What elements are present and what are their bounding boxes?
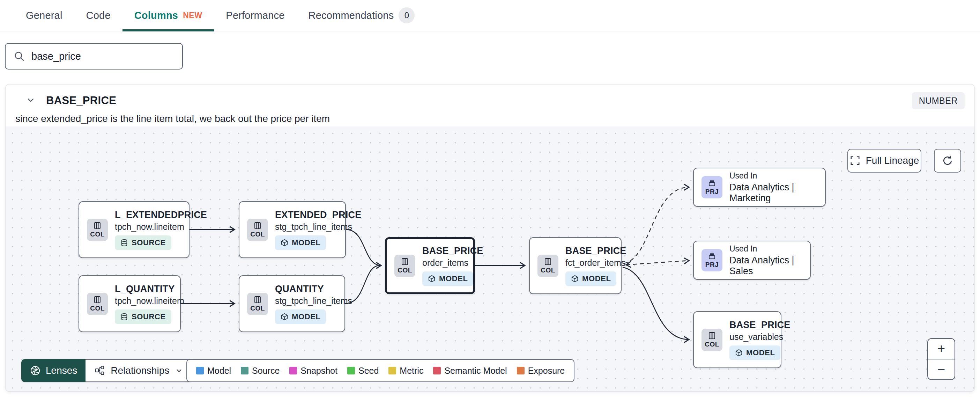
relationships-dropdown[interactable]: Relationships bbox=[86, 359, 193, 382]
node-subtitle: stg_tpch_line_items bbox=[275, 296, 352, 306]
tab-code[interactable]: Code bbox=[74, 0, 123, 31]
zoom-out-button[interactable]: − bbox=[928, 359, 955, 379]
node-title: L_QUANTITY bbox=[115, 284, 175, 294]
aperture-icon bbox=[30, 365, 41, 376]
cube-icon bbox=[281, 313, 288, 321]
column-icon: COL bbox=[247, 293, 268, 315]
node-subtitle: use_variables bbox=[729, 332, 783, 342]
legend-item-source: Source bbox=[241, 366, 280, 376]
lineage-node-used-in-sales[interactable]: PRJ Used In Data Analytics | Sales bbox=[693, 241, 811, 280]
legend-swatch bbox=[241, 367, 248, 374]
node-subtitle: tpch_now.lineitem bbox=[115, 222, 184, 232]
zoom-controls: + − bbox=[927, 338, 955, 380]
lineage-canvas[interactable]: Full Lineage COL L_EXTENDEDPRICE tpch_no… bbox=[6, 126, 974, 392]
relationships-label: Relationships bbox=[111, 365, 169, 376]
used-in-label: Used In bbox=[729, 244, 757, 254]
project-icon: PRJ bbox=[702, 176, 722, 198]
cube-icon bbox=[281, 239, 288, 247]
column-name: BASE_PRICE bbox=[46, 94, 116, 107]
lineage-node-base-price-fct-order-items[interactable]: COL BASE_PRICE fct_order_items MODEL bbox=[529, 237, 622, 294]
column-search[interactable] bbox=[5, 43, 183, 70]
node-subtitle: order_items bbox=[422, 258, 468, 268]
legend-swatch bbox=[388, 367, 396, 374]
legend-swatch bbox=[347, 367, 355, 374]
collapse-chevron-icon[interactable] bbox=[23, 92, 38, 108]
model-badge: MODEL bbox=[729, 345, 780, 360]
cube-icon bbox=[571, 275, 579, 283]
tab-label: General bbox=[26, 10, 62, 21]
node-title: QUANTITY bbox=[275, 284, 324, 294]
used-in-label: Used In bbox=[729, 171, 757, 181]
node-title: EXTENDED_PRICE bbox=[275, 209, 361, 220]
lineage-node-base-price-use-variables[interactable]: COL BASE_PRICE use_variables MODEL bbox=[693, 311, 781, 368]
node-title: BASE_PRICE bbox=[422, 246, 484, 256]
database-icon bbox=[120, 313, 128, 321]
node-subtitle: fct_order_items bbox=[565, 258, 625, 268]
project-icon: PRJ bbox=[702, 249, 722, 272]
search-input[interactable] bbox=[32, 51, 175, 62]
legend-swatch bbox=[290, 367, 297, 374]
lineage-node-l-extendedprice[interactable]: COL L_EXTENDEDPRICE tpch_now.lineitem SO… bbox=[78, 201, 189, 258]
column-icon: COL bbox=[395, 255, 415, 277]
column-card-header: BASE_PRICE NUMBER since extended_price i… bbox=[6, 85, 974, 126]
tab-recommendations[interactable]: Recommendations 0 bbox=[297, 0, 427, 31]
lenses-toolbar: Lenses Relationships bbox=[21, 359, 193, 382]
legend-item-seed: Seed bbox=[347, 366, 379, 376]
tab-columns[interactable]: Columns NEW bbox=[123, 0, 214, 31]
count-badge: 0 bbox=[399, 7, 415, 23]
tab-label: Columns bbox=[134, 10, 178, 21]
new-badge: NEW bbox=[183, 11, 202, 20]
model-badge: MODEL bbox=[275, 310, 326, 324]
legend-item-exposure: Exposure bbox=[517, 366, 565, 376]
lineage-node-used-in-marketing[interactable]: PRJ Used In Data Analytics | Marketing bbox=[693, 168, 826, 207]
column-icon: COL bbox=[247, 219, 268, 241]
legend-item-snapshot: Snapshot bbox=[290, 366, 337, 376]
node-subtitle: tpch_now.lineitem bbox=[115, 296, 184, 306]
node-title: BASE_PRICE bbox=[565, 246, 627, 256]
column-icon: COL bbox=[87, 219, 108, 241]
lineage-node-extended-price[interactable]: COL EXTENDED_PRICE stg_tpch_line_items M… bbox=[239, 201, 346, 258]
refresh-button[interactable] bbox=[934, 149, 961, 173]
lineage-node-base-price-order-items[interactable]: COL BASE_PRICE order_items MODEL bbox=[385, 237, 475, 294]
column-icon: COL bbox=[538, 255, 558, 277]
full-lineage-label: Full Lineage bbox=[866, 155, 919, 166]
legend-item-metric: Metric bbox=[388, 366, 423, 376]
full-lineage-button[interactable]: Full Lineage bbox=[847, 149, 921, 173]
relationships-icon bbox=[95, 365, 105, 376]
tab-general[interactable]: General bbox=[14, 0, 74, 31]
lenses-button[interactable]: Lenses bbox=[21, 359, 86, 382]
legend-swatch bbox=[433, 367, 441, 374]
column-type-badge: NUMBER bbox=[912, 92, 965, 109]
legend-item-semantic-model: Semantic Model bbox=[433, 366, 507, 376]
column-description: since extended_price is the line item to… bbox=[15, 113, 330, 125]
lineage-node-quantity[interactable]: COL QUANTITY stg_tpch_line_items MODEL bbox=[239, 275, 345, 332]
cube-icon bbox=[735, 349, 743, 357]
cube-icon bbox=[428, 275, 436, 283]
column-icon: COL bbox=[87, 293, 108, 315]
zoom-in-button[interactable]: + bbox=[928, 339, 955, 359]
lineage-edges bbox=[6, 126, 974, 392]
node-title: L_EXTENDEDPRICE bbox=[115, 209, 207, 220]
lineage-legend: Model Source Snapshot Seed Metric Semant… bbox=[186, 359, 574, 382]
database-icon bbox=[120, 239, 128, 247]
lineage-node-l-quantity[interactable]: COL L_QUANTITY tpch_now.lineitem SOURCE bbox=[78, 275, 181, 332]
tab-bar: General Code Columns NEW Performance Rec… bbox=[0, 0, 980, 32]
model-badge: MODEL bbox=[422, 272, 473, 286]
fullscreen-icon bbox=[850, 155, 860, 166]
source-badge: SOURCE bbox=[115, 310, 171, 324]
chevron-down-icon bbox=[175, 366, 183, 375]
page: General Code Columns NEW Performance Rec… bbox=[0, 0, 980, 401]
node-subtitle: stg_tpch_line_items bbox=[275, 222, 352, 232]
model-badge: MODEL bbox=[275, 235, 326, 250]
source-badge: SOURCE bbox=[115, 235, 171, 250]
project-name: Data Analytics | Sales bbox=[729, 255, 802, 276]
tab-performance[interactable]: Performance bbox=[214, 0, 296, 31]
column-card: BASE_PRICE NUMBER since extended_price i… bbox=[5, 84, 975, 392]
column-icon: COL bbox=[702, 329, 722, 351]
tab-label: Recommendations bbox=[309, 10, 394, 21]
legend-swatch bbox=[517, 367, 525, 374]
search-icon bbox=[13, 50, 25, 62]
tab-label: Code bbox=[86, 10, 111, 21]
model-badge: MODEL bbox=[565, 272, 616, 286]
lenses-label: Lenses bbox=[46, 365, 77, 376]
